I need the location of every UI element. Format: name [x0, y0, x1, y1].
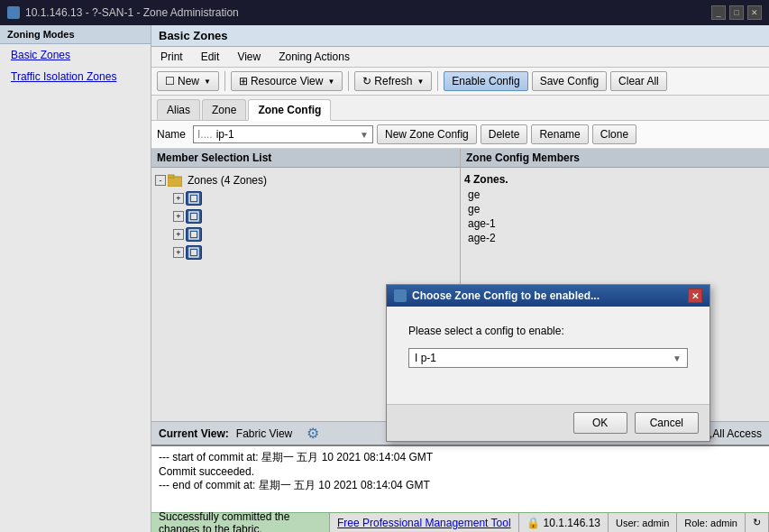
- user-segment: User: admin: [609, 513, 677, 532]
- resource-view-button[interactable]: ⊞ Resource View ▼: [231, 71, 343, 91]
- menu-print[interactable]: Print: [157, 49, 187, 65]
- ip-segment: 🔒 10.1.146.13: [519, 513, 609, 532]
- zone-config-value: ip-1: [216, 128, 234, 141]
- menu-bar: Print Edit View Zoning Actions: [151, 47, 769, 68]
- menu-edit[interactable]: Edit: [197, 49, 224, 65]
- close-button[interactable]: ✕: [747, 5, 762, 20]
- title-bar: 10.1.146.13 - ?-SAN-1 - Zone Administrat…: [0, 0, 769, 25]
- zone-config-arrow: ▼: [360, 130, 369, 140]
- resource-view-icon: ⊞: [239, 75, 248, 87]
- dialog-prompt: Please select a config to enable:: [408, 325, 688, 337]
- clear-all-button[interactable]: Clear All: [610, 71, 667, 91]
- delete-button[interactable]: Delete: [481, 124, 528, 144]
- tab-zone-config[interactable]: Zone Config: [248, 99, 331, 121]
- pro-tool-segment: Free Professional Management Tool: [330, 513, 519, 532]
- dialog-title: Choose Zone Config to be enabled...: [412, 289, 600, 302]
- sidebar-header: Zoning Modes: [0, 25, 151, 44]
- dialog-title-icon: [394, 289, 407, 302]
- dialog-config-select[interactable]: I p-1 ▼: [408, 348, 688, 368]
- pro-tool-link[interactable]: Free Professional Management Tool: [337, 517, 511, 529]
- bottom-right-segments: Free Professional Management Tool 🔒 10.1…: [329, 513, 769, 532]
- sidebar-item-traffic-isolation[interactable]: Traffic Isolation Zones: [0, 66, 151, 87]
- app-icon: [7, 6, 20, 19]
- window-title: 10.1.146.13 - ?-SAN-1 - Zone Administrat…: [25, 6, 239, 19]
- menu-zoning-actions[interactable]: Zoning Actions: [275, 49, 353, 65]
- tab-zone[interactable]: Zone: [202, 99, 246, 120]
- refresh-button[interactable]: ↻ Refresh ▼: [354, 71, 432, 91]
- name-label: Name: [157, 128, 186, 141]
- log-line-1: --- start of commit at: 星期一 五月 10 2021 0…: [159, 450, 762, 465]
- new-button[interactable]: ☐ New ▼: [157, 71, 219, 91]
- dialog-overlay: Choose Zone Config to be enabled... ✕ Pl…: [151, 149, 769, 445]
- dialog-select-arrow: ▼: [673, 353, 682, 363]
- refresh-status-icon[interactable]: ↻: [746, 513, 769, 532]
- role-segment: Role: admin: [677, 513, 746, 532]
- refresh-icon: ↻: [362, 75, 371, 87]
- log-line-2: Commit succeeded.: [159, 465, 762, 478]
- sidebar-item-basic-zones[interactable]: Basic Zones: [0, 44, 151, 66]
- log-area: --- start of commit at: 星期一 五月 10 2021 0…: [151, 445, 769, 512]
- new-dropdown-arrow: ▼: [204, 78, 211, 86]
- toolbar: ☐ New ▼ ⊞ Resource View ▼ ↻ Refresh ▼ En…: [151, 68, 769, 96]
- dialog-ok-button[interactable]: OK: [573, 412, 627, 434]
- toolbar-sep-3: [437, 71, 438, 91]
- minimize-button[interactable]: _: [711, 5, 726, 20]
- dialog-title-bar: Choose Zone Config to be enabled... ✕: [387, 285, 709, 307]
- save-config-button[interactable]: Save Config: [532, 71, 607, 91]
- dialog-cancel-button[interactable]: Cancel: [635, 412, 699, 434]
- content-header: Basic Zones: [151, 25, 769, 47]
- sidebar: Zoning Modes Basic Zones Traffic Isolati…: [0, 25, 151, 532]
- resource-view-arrow: ▼: [327, 78, 334, 86]
- zone-config-select[interactable]: I.... ip-1 ▼: [193, 125, 373, 143]
- window-controls: _ □ ✕: [711, 5, 762, 20]
- commit-message: Successfully committed the changes to th…: [151, 510, 329, 533]
- ip-value: 10.1.146.13: [544, 517, 600, 529]
- rename-button[interactable]: Rename: [531, 124, 588, 144]
- new-zone-config-button[interactable]: New Zone Config: [377, 124, 477, 144]
- maximize-button[interactable]: □: [729, 5, 744, 20]
- toolbar-sep-2: [348, 71, 349, 91]
- enable-config-button[interactable]: Enable Config: [444, 71, 527, 91]
- lock-icon: 🔒: [526, 517, 540, 529]
- clone-button[interactable]: Clone: [592, 124, 636, 144]
- toolbar-sep-1: [224, 71, 225, 91]
- dialog-select-row: I p-1 ▼: [408, 348, 688, 368]
- menu-view[interactable]: View: [233, 49, 264, 65]
- dialog-select-value: I p-1: [415, 352, 436, 364]
- bottom-status-bar: Successfully committed the changes to th…: [151, 512, 769, 532]
- tab-bar: Alias Zone Zone Config: [151, 96, 769, 121]
- zone-config-prefix: I....: [197, 128, 213, 141]
- dialog-body: Please select a config to enable: I p-1 …: [387, 307, 709, 404]
- zone-config-bar: Name I.... ip-1 ▼ New Zone Config Delete…: [151, 121, 769, 149]
- enable-config-dialog: Choose Zone Config to be enabled... ✕ Pl…: [386, 284, 710, 442]
- log-line-3: --- end of commit at: 星期一 五月 10 2021 08:…: [159, 478, 762, 493]
- refresh-arrow: ▼: [417, 78, 424, 86]
- dialog-footer: OK Cancel: [387, 404, 709, 441]
- new-icon: ☐: [165, 75, 175, 87]
- tab-alias[interactable]: Alias: [157, 99, 200, 120]
- dialog-close-button[interactable]: ✕: [688, 289, 702, 303]
